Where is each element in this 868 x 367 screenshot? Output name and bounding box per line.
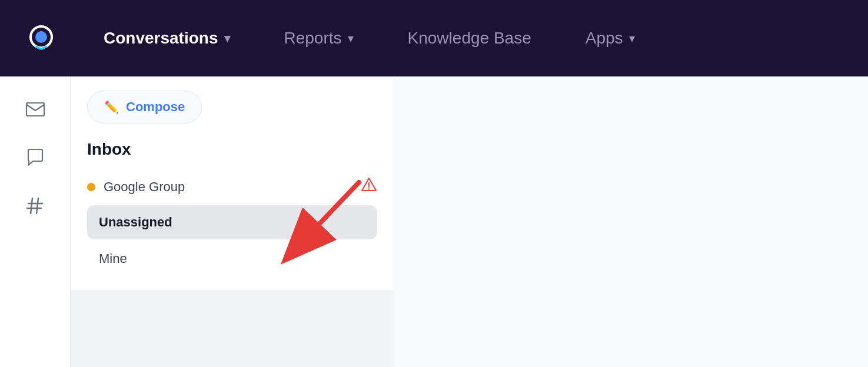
nav-reports-label: Reports bbox=[284, 29, 342, 48]
nav-apps[interactable]: Apps ▾ bbox=[576, 24, 644, 52]
nav-conversations[interactable]: Conversations ▾ bbox=[94, 24, 240, 52]
hashtag-icon bbox=[25, 195, 46, 216]
sidebar-item-chat[interactable] bbox=[14, 136, 56, 179]
sub-item-unassigned[interactable]: Unassigned bbox=[87, 205, 377, 239]
svg-line-4 bbox=[36, 198, 38, 213]
compose-button[interactable]: ✏️ Compose bbox=[87, 91, 202, 124]
google-group-row[interactable]: Google Group bbox=[87, 171, 377, 203]
svg-rect-2 bbox=[26, 103, 44, 116]
nav-knowledge-base[interactable]: Knowledge Base bbox=[398, 24, 541, 52]
pencil-icon: ✏️ bbox=[104, 100, 119, 114]
status-dot bbox=[87, 183, 95, 191]
svg-point-1 bbox=[35, 31, 47, 43]
warning-icon bbox=[361, 176, 377, 197]
inbox-section: Google Group Unassigned Mine bbox=[87, 171, 377, 276]
nav-knowledge-base-label: Knowledge Base bbox=[408, 29, 531, 48]
logo[interactable] bbox=[24, 21, 59, 56]
top-nav: Conversations ▾ Reports ▾ Knowledge Base… bbox=[0, 0, 868, 76]
sidebar-item-hashtag[interactable] bbox=[14, 185, 56, 227]
content-sidebar-wrapper: ✏️ Compose Inbox Google Group bbox=[71, 76, 394, 367]
main-content bbox=[394, 76, 868, 367]
content-sidebar: ✏️ Compose Inbox Google Group bbox=[71, 76, 394, 290]
nav-conversations-label: Conversations bbox=[104, 29, 218, 48]
inbox-title: Inbox bbox=[87, 140, 377, 159]
sidebar-item-mail[interactable] bbox=[14, 88, 56, 131]
nav-apps-chevron: ▾ bbox=[629, 31, 635, 45]
nav-reports[interactable]: Reports ▾ bbox=[275, 24, 363, 52]
svg-line-3 bbox=[31, 198, 32, 213]
mail-icon bbox=[25, 99, 46, 120]
svg-point-8 bbox=[368, 188, 370, 190]
nav-apps-label: Apps bbox=[586, 29, 623, 48]
sub-item-mine[interactable]: Mine bbox=[87, 242, 377, 276]
google-group-label: Google Group bbox=[104, 179, 352, 195]
nav-reports-chevron: ▾ bbox=[348, 31, 354, 45]
compose-label: Compose bbox=[126, 99, 185, 115]
chat-icon bbox=[25, 147, 46, 168]
main-layout: ✏️ Compose Inbox Google Group bbox=[0, 76, 868, 367]
icon-sidebar bbox=[0, 76, 71, 367]
nav-conversations-chevron: ▾ bbox=[224, 31, 230, 45]
